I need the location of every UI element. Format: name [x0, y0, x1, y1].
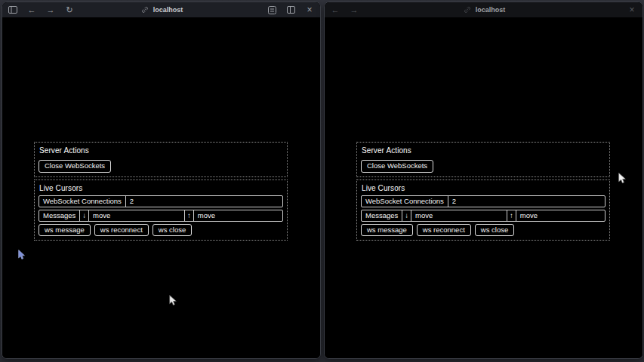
ws-message-button[interactable]: ws message [39, 224, 91, 237]
messages-row: Messages ↓ move ↑ move [361, 210, 605, 222]
close-icon[interactable]: × [627, 5, 637, 15]
forward-icon[interactable]: → [349, 5, 359, 15]
arrow-up-icon: ↑ [185, 210, 194, 221]
ws-reconnect-button[interactable]: ws reconnect [94, 224, 149, 237]
page-content: Server Actions Close WebSockets Live Cur… [325, 17, 642, 359]
page-title: localhost [153, 6, 183, 14]
ws-buttons-row: ws message ws reconnect ws close [361, 224, 605, 237]
arrow-down-icon: ↓ [402, 210, 411, 221]
connections-label: WebSocket Connections [362, 196, 448, 207]
connections-label: WebSocket Connections [39, 196, 126, 207]
reload-icon[interactable]: ↻ [64, 5, 75, 15]
incoming-message-value: move [411, 210, 507, 221]
ws-message-button[interactable]: ws message [361, 224, 413, 237]
browser-window-right: ← → localhost × Server Actions Close Web… [324, 2, 643, 359]
outgoing-message-value: move [516, 210, 605, 221]
websocket-connections-row: WebSocket Connections 2 [361, 195, 605, 207]
close-icon[interactable]: × [304, 5, 315, 15]
address-title[interactable]: localhost [325, 2, 642, 17]
server-actions-label: Server Actions [39, 146, 283, 155]
sidebar-toggle-icon[interactable] [8, 5, 18, 15]
titlebar[interactable]: ← → localhost × [325, 2, 642, 17]
ws-reconnect-button[interactable]: ws reconnect [417, 224, 471, 237]
close-websockets-button[interactable]: Close WebSockets [39, 160, 111, 173]
arrow-down-icon: ↓ [80, 210, 89, 221]
messages-label: Messages [362, 210, 402, 221]
titlebar-right-controls: × [267, 5, 315, 15]
connections-value: 2 [126, 196, 282, 207]
page-title: localhost [476, 6, 506, 14]
titlebar-left-controls: ← → [330, 5, 359, 15]
page-content: Server Actions Close WebSockets Live Cur… [2, 17, 320, 359]
ws-close-button[interactable]: ws close [475, 224, 514, 237]
link-icon [462, 5, 473, 15]
titlebar[interactable]: ← → ↻ localhost × [2, 2, 320, 17]
server-actions-section: Server Actions Close WebSockets [356, 142, 610, 177]
live-cursors-section: Live Cursors WebSocket Connections 2 Mes… [34, 179, 288, 241]
incoming-message-value: move [89, 210, 185, 221]
forward-icon[interactable]: → [45, 5, 56, 15]
messages-row: Messages ↓ move ↑ move [39, 210, 283, 222]
tab-overview-icon[interactable] [285, 5, 296, 15]
link-icon [140, 5, 150, 15]
server-actions-section: Server Actions Close WebSockets [34, 142, 288, 177]
titlebar-left-controls: ← → ↻ [8, 5, 75, 15]
reader-mode-icon[interactable] [267, 5, 277, 15]
live-cursors-label: Live Cursors [362, 184, 605, 192]
outgoing-message-value: move [194, 210, 282, 221]
ws-buttons-row: ws message ws reconnect ws close [39, 224, 283, 237]
ws-close-button[interactable]: ws close [153, 224, 192, 237]
browser-window-left: ← → ↻ localhost × Server Actions Close W… [2, 2, 321, 359]
connections-value: 2 [448, 196, 605, 207]
arrow-up-icon: ↑ [507, 210, 516, 221]
live-cursors-section: Live Cursors WebSocket Connections 2 Mes… [356, 179, 610, 241]
back-icon[interactable]: ← [330, 5, 340, 15]
server-actions-label: Server Actions [362, 146, 605, 155]
websocket-connections-row: WebSocket Connections 2 [39, 195, 283, 207]
close-websockets-button[interactable]: Close WebSockets [361, 160, 433, 173]
back-icon[interactable]: ← [26, 5, 37, 15]
messages-label: Messages [39, 210, 80, 221]
live-cursors-label: Live Cursors [39, 184, 283, 192]
titlebar-right-controls: × [627, 5, 637, 15]
